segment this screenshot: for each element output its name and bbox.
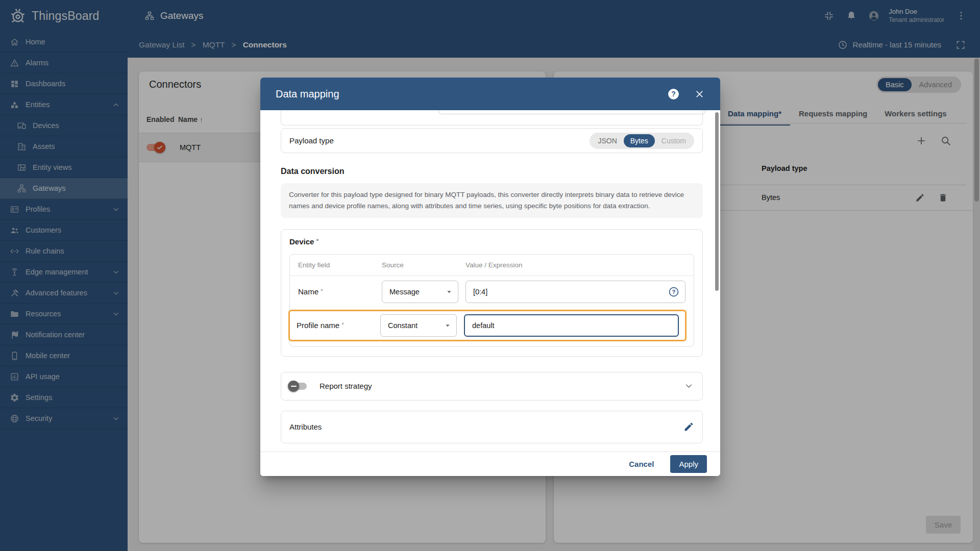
- payload-option-json[interactable]: JSON: [591, 134, 623, 147]
- device-heading: Device*: [289, 237, 694, 246]
- name-expression-input[interactable]: [465, 281, 685, 303]
- dialog-title: Data mapping: [276, 88, 339, 100]
- payload-type-row: Payload type JSONBytesCustom: [281, 128, 703, 153]
- chevron-down-icon: [443, 321, 452, 330]
- payload-option-bytes[interactable]: Bytes: [624, 134, 655, 147]
- field-label: Profile name*: [297, 321, 380, 330]
- device-table-header: Entity field Source Value / Expression: [290, 255, 694, 276]
- required-marker: *: [341, 321, 344, 329]
- report-strategy-toggle[interactable]: [289, 383, 307, 390]
- minus-icon: [291, 386, 297, 387]
- scrolled-card-partial: [281, 110, 703, 126]
- required-marker: *: [316, 238, 318, 245]
- edit-attributes-icon[interactable]: [683, 421, 694, 432]
- help-icon[interactable]: ?: [667, 88, 680, 101]
- dialog-body: Payload type JSONBytesCustom Data conver…: [260, 110, 720, 452]
- column-value-expression: Value / Expression: [465, 261, 523, 269]
- apply-button[interactable]: Apply: [670, 455, 707, 473]
- attributes-label: Attributes: [289, 422, 322, 431]
- chevron-down-icon[interactable]: [683, 381, 694, 391]
- dialog-footer: Cancel Apply: [260, 452, 720, 476]
- expression-help-icon[interactable]: ?: [668, 286, 679, 297]
- scrolled-input-partial: [438, 110, 705, 114]
- device-row-name: Name* Message ?: [290, 276, 694, 308]
- report-strategy-label: Report strategy: [320, 382, 372, 390]
- profile-name-highlight: Profile name* Constant: [288, 310, 687, 341]
- data-conversion-description: Converter for this payload type designed…: [281, 183, 703, 218]
- payload-type-segmented: JSONBytesCustom: [590, 133, 694, 149]
- device-table: Entity field Source Value / Expression N…: [289, 254, 694, 347]
- field-label: Name*: [298, 287, 382, 296]
- profile-name-input[interactable]: [464, 314, 679, 337]
- required-marker: *: [321, 288, 323, 295]
- modal-scrollbar[interactable]: [715, 112, 719, 291]
- data-mapping-dialog: Data mapping ? Payload type JSONBytesCus…: [260, 78, 720, 476]
- device-row-profile-name: Profile name* Constant: [297, 314, 679, 337]
- column-source: Source: [382, 261, 465, 269]
- close-icon[interactable]: [694, 89, 705, 99]
- payload-type-label: Payload type: [289, 136, 334, 145]
- toggle-knob: [288, 381, 299, 392]
- svg-text:?: ?: [672, 289, 676, 295]
- column-entity-field: Entity field: [298, 261, 382, 269]
- cancel-button[interactable]: Cancel: [629, 460, 654, 468]
- chevron-down-icon: [445, 287, 454, 296]
- dialog-header: Data mapping ?: [260, 78, 720, 110]
- attributes-row: Attributes: [281, 411, 703, 443]
- name-source-select[interactable]: Message: [382, 281, 458, 303]
- profile-source-select[interactable]: Constant: [380, 314, 457, 337]
- payload-option-custom[interactable]: Custom: [655, 134, 693, 147]
- device-section: Device* Entity field Source Value / Expr…: [281, 229, 703, 357]
- report-strategy-row: Report strategy: [281, 372, 703, 400]
- data-conversion-heading: Data conversion: [281, 167, 703, 176]
- svg-text:?: ?: [671, 90, 676, 98]
